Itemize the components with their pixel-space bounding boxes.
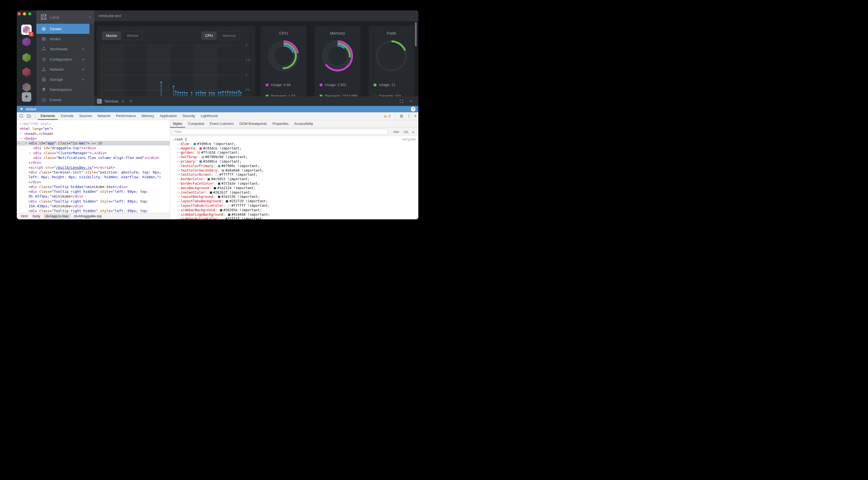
node-expand-arrow[interactable]: ▾: [25, 141, 26, 145]
rail-cluster[interactable]: [22, 53, 31, 62]
elements-tree-node[interactable]: ▾<body>: [17, 136, 170, 141]
rail-cluster-active[interactable]: 3: [21, 25, 32, 35]
elements-tree-node[interactable]: <div class="Notifications flex column al…: [17, 155, 170, 160]
rail-cluster[interactable]: [22, 68, 31, 76]
sidebar-item-workloads[interactable]: Workloads: [36, 44, 90, 54]
color-swatch[interactable]: [199, 160, 202, 163]
devtools-tab-security[interactable]: Security: [180, 112, 198, 120]
css-variable-declaration[interactable]: --contentColor: #262b2f !important;: [170, 191, 418, 195]
css-variable-declaration[interactable]: --sidebarActiveColor: #ffffff !important…: [170, 217, 418, 219]
elements-tree-node[interactable]: <html lang="en">: [17, 126, 170, 131]
color-swatch[interactable]: [222, 169, 224, 172]
elements-tree-node[interactable]: <div class="Tooltip right hidden" style=…: [17, 199, 170, 204]
styles-tab-computed[interactable]: Computed: [185, 120, 207, 128]
elements-tree-node[interactable]: <div class="Tooltip right hidden" style=…: [17, 208, 170, 213]
elements-tree-node[interactable]: 95.4375px;">minikube</div>: [17, 194, 170, 199]
css-variable-declaration[interactable]: --borderFaintColor: #373a3e !important;: [170, 182, 418, 186]
css-variable-declaration[interactable]: --sidebarLogoBackground: #414448 !import…: [170, 213, 418, 217]
css-variable-declaration[interactable]: --halfGray: #87909c80 !important;: [170, 155, 418, 160]
css-variable-declaration[interactable]: --golden: #ffc63d !important;: [170, 150, 418, 155]
rail-cluster[interactable]: [22, 37, 31, 46]
css-variable-declaration[interactable]: --borderColor: #4c5053 !important;: [170, 177, 418, 182]
node-expand-arrow[interactable]: ▾: [21, 136, 22, 141]
css-variable-declaration[interactable]: --magenta: #c93dce !important;: [170, 146, 418, 151]
sidebar-item-configuration[interactable]: Configuration: [36, 54, 90, 64]
color-swatch[interactable]: [193, 143, 196, 145]
styles-tab-styles[interactable]: Styles: [170, 120, 185, 128]
elements-tree-node[interactable]: <div id="draggable-top"></div>: [17, 145, 170, 150]
styles-tab-dom-breakpoints[interactable]: DOM Breakpoints: [237, 120, 270, 128]
elements-tree-node[interactable]: <div class="Tooltip right hidden" style=…: [17, 189, 170, 194]
elements-tree-node[interactable]: ▸<head>…</head>: [17, 131, 170, 136]
terminal-close-icon[interactable]: ×: [121, 99, 124, 104]
elements-tree-node[interactable]: <div class="Tooltip hidden">minikube-tes…: [17, 184, 170, 189]
sidebar-item-network[interactable]: Network: [36, 64, 90, 74]
devtools-tab-lighthouse[interactable]: Lighthouse: [198, 112, 221, 120]
zoom-window-button[interactable]: [28, 12, 31, 15]
color-swatch[interactable]: [218, 182, 220, 185]
elements-tree-node[interactable]: ⋯▾<div id="app" class="is-mac"> == $0: [17, 141, 170, 145]
css-variable-declaration[interactable]: --layoutBackground: #2e3136 !important;: [170, 195, 418, 199]
css-variable-declaration[interactable]: --textColorAccent: #ffffff !important;: [170, 173, 418, 177]
color-swatch[interactable]: [216, 173, 218, 176]
elements-tree-node[interactable]: left: 0px; height: 0px; visibility: hidd…: [17, 175, 170, 179]
devtools-tab-network[interactable]: Network: [95, 112, 113, 120]
elements-tree-node[interactable]: <!DOCTYPE html>: [17, 122, 170, 126]
devtools-tab-memory[interactable]: Memory: [139, 112, 157, 120]
styles-tab-event-listeners[interactable]: Event Listeners: [207, 120, 237, 128]
breadcrumb-item[interactable]: div#draggable-top: [72, 214, 104, 219]
color-swatch[interactable]: [228, 213, 230, 216]
css-variable-declaration[interactable]: --sidebarBackground: #36393e !important;: [170, 208, 418, 213]
sidebar-item-events[interactable]: Events: [36, 95, 90, 105]
toggle-pseudo-state-button[interactable]: :hov: [393, 130, 399, 134]
device-toolbar-icon[interactable]: [27, 114, 31, 118]
sidebar-item-storage[interactable]: Storage: [36, 74, 90, 84]
css-variable-declaration[interactable]: --textColorPrimary: #87909c !important;: [170, 164, 418, 169]
devtools-close-icon[interactable]: ×: [414, 114, 417, 119]
color-swatch[interactable]: [208, 178, 210, 180]
css-variable-declaration[interactable]: --layoutTabsBackground: #252729 !importa…: [170, 199, 418, 204]
devtools-settings-icon[interactable]: ⚙: [400, 114, 403, 119]
console-warning-badge[interactable]: 2: [383, 114, 391, 118]
terminal-tab[interactable]: Terminal: [104, 99, 118, 103]
style-source-link[interactable]: <style>: [402, 137, 416, 141]
styles-tab-accessibility[interactable]: Accessibility: [291, 120, 316, 128]
css-variable-declaration[interactable]: --layoutTabsActiveColor: #ffffff !import…: [170, 204, 418, 208]
devtools-tab-performance[interactable]: Performance: [113, 112, 139, 120]
help-button[interactable]: ?: [411, 107, 415, 111]
add-cluster-button[interactable]: +: [22, 92, 31, 102]
breadcrumb-item[interactable]: html: [19, 214, 30, 219]
breadcrumb-item[interactable]: body: [31, 214, 42, 219]
new-style-rule-button[interactable]: +: [412, 130, 414, 134]
color-swatch[interactable]: [218, 165, 220, 167]
color-swatch[interactable]: [222, 218, 224, 219]
terminal-fullscreen-icon[interactable]: [399, 99, 404, 103]
sidebar-item-namespaces[interactable]: Namespaces: [36, 85, 90, 95]
css-variable-declaration[interactable]: --primary: #3d90ce !important;: [170, 160, 418, 164]
css-variable-declaration[interactable]: --blue: #3d90ce !important;: [170, 142, 418, 146]
color-swatch[interactable]: [202, 156, 204, 159]
elements-tree-node[interactable]: <script src="/build/LensDev.js"></script…: [17, 165, 170, 170]
inspect-element-icon[interactable]: [19, 114, 24, 118]
color-swatch[interactable]: [220, 209, 222, 211]
close-window-button[interactable]: [18, 12, 21, 15]
css-variable-declaration[interactable]: --mainBackground: #1e2124 !important;: [170, 186, 418, 191]
styles-tab-properties[interactable]: Properties: [270, 120, 291, 128]
devtools-tab-console[interactable]: Console: [58, 112, 76, 120]
node-expand-arrow[interactable]: ▸: [21, 131, 22, 136]
color-swatch[interactable]: [199, 147, 202, 150]
elements-tree-node[interactable]: 150.438px;">minikube</div>: [17, 204, 170, 208]
sidebar-collapse-icon[interactable]: ‹: [89, 14, 91, 19]
terminal-add-icon[interactable]: +: [129, 98, 132, 104]
devtools-menu-icon[interactable]: [407, 114, 411, 118]
css-variable-declaration[interactable]: --textColorSecondary: #a0a0a0 !important…: [170, 169, 418, 173]
devtools-tab-elements[interactable]: Elements: [38, 112, 58, 120]
color-swatch[interactable]: [214, 187, 216, 190]
node-expand-arrow[interactable]: ▸: [29, 150, 31, 155]
rail-cluster[interactable]: [22, 83, 31, 92]
color-swatch[interactable]: [197, 151, 200, 154]
elements-tree-node[interactable]: <div class="terminal-init" style="positi…: [17, 170, 170, 175]
elements-tree-node[interactable]: </div>: [17, 160, 170, 165]
elements-tree-node[interactable]: </div>: [17, 180, 170, 184]
devtools-tab-application[interactable]: Application: [157, 112, 180, 120]
